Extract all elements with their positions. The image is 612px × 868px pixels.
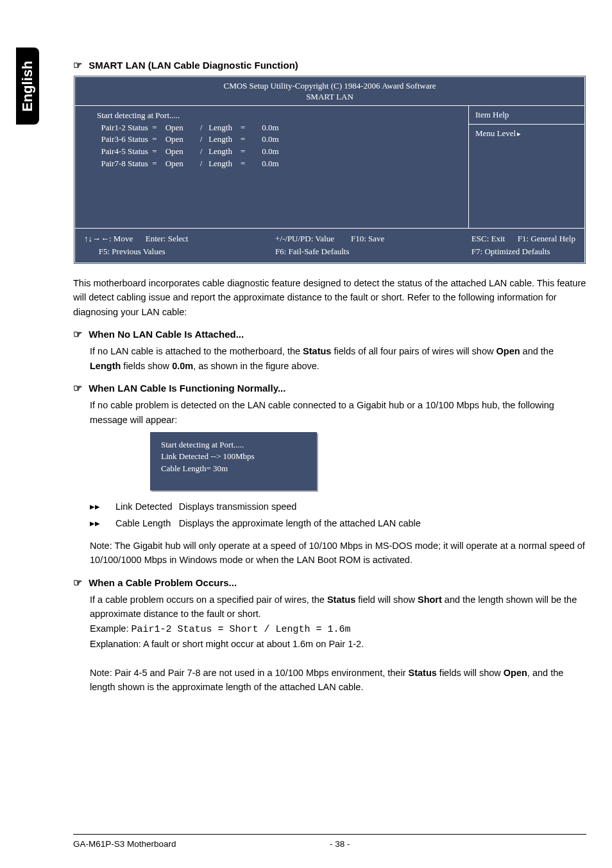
bios-header-line1: CMOS Setup Utility-Copyright (C) 1984-20… — [75, 81, 584, 92]
section-no-cable: ☞ When No LAN Cable Is Attached... If no… — [73, 328, 586, 373]
text-bold: Status — [327, 595, 355, 605]
text-bold: Status — [303, 346, 331, 356]
term: Link Detected — [115, 498, 179, 515]
table-row: ▸▸ Cable Length Displays the approximate… — [90, 515, 427, 532]
definition: Displays the approximate length of the a… — [179, 515, 427, 532]
text-bold: 0.0m — [172, 361, 193, 371]
double-arrow-icon: ▸▸ — [90, 516, 109, 530]
bios-header: CMOS Setup Utility-Copyright (C) 1984-20… — [75, 77, 584, 106]
bios-help-title: Item Help — [469, 106, 584, 125]
section-problem: ☞ When a Cable Problem Occurs... If a ca… — [73, 577, 586, 695]
text: and the — [520, 346, 554, 356]
bios-hint-exit: ESC: Exit — [472, 234, 505, 243]
code-text: Pair1-2 Status = Short / Length = 1.6m — [131, 624, 350, 635]
explanation-line: Explanation: A fault or short might occu… — [90, 637, 586, 651]
bios-hint-optimized: F7: Optimized Defaults — [472, 247, 550, 256]
bios-hint-select: Enter: Select — [146, 234, 189, 243]
text-bold: Short — [418, 595, 442, 605]
pointer-icon: ☞ — [73, 382, 86, 394]
pointer-icon: ☞ — [73, 59, 86, 71]
text-bold: Length — [90, 361, 121, 371]
bios-hint-failsafe: F6: Fail-Safe Defaults — [275, 247, 350, 256]
language-tab: English — [16, 48, 39, 125]
table-row: ▸▸ Link Detected Displays transmission s… — [90, 498, 427, 515]
title-text: SMART LAN (LAN Cable Diagnostic Function… — [89, 60, 298, 71]
bios-hint-save: F10: Save — [351, 234, 384, 243]
bios-hint-value: +/-/PU/PD: Value — [275, 234, 334, 243]
bios-hint-prev: F5: Previous Values — [99, 247, 166, 256]
double-arrow-icon: ▸▸ — [90, 499, 109, 514]
text: , as shown in the figure above. — [193, 361, 319, 371]
footer-rule — [73, 834, 586, 835]
text: fields show — [121, 361, 172, 371]
paragraph: If no cable problem is detected on the L… — [90, 398, 586, 427]
term: Cable Length — [115, 515, 179, 532]
section-heading: When LAN Cable Is Functioning Normally..… — [89, 383, 285, 394]
text: Example: — [90, 623, 131, 634]
text: Note: Pair 4-5 and Pair 7-8 are not used… — [90, 668, 409, 678]
text-bold: Open — [497, 346, 520, 356]
bios-snippet: Start detecting at Port..... Link Detect… — [150, 432, 317, 490]
pointer-icon: ☞ — [73, 328, 86, 340]
text: If a cable problem occurs on a specified… — [90, 595, 327, 605]
bios-header-line2: SMART LAN — [75, 92, 584, 103]
note-paragraph: Note: Pair 4-5 and Pair 7-8 are not used… — [90, 666, 586, 695]
bios-help-panel: Item Help Menu Level — [469, 106, 584, 228]
text: If no LAN cable is attached to the mothe… — [90, 346, 303, 356]
section-heading: When No LAN Cable Is Attached... — [89, 329, 244, 340]
text: fields will show — [437, 668, 504, 678]
section-body: If no LAN cable is attached to the mothe… — [73, 344, 586, 373]
section-heading: When a Cable Problem Occurs... — [89, 577, 237, 588]
page-content: ☞ SMART LAN (LAN Cable Diagnostic Functi… — [73, 59, 586, 704]
text: field will show — [355, 595, 418, 605]
paragraph: If a cable problem occurs on a specified… — [90, 593, 586, 621]
bios-hint-move: ↑↓→←: Move — [84, 234, 133, 243]
page-footer: GA-M61P-S3 Motherboard - 38 - — [73, 839, 586, 849]
footer-page-number: - 38 - — [330, 839, 350, 849]
example-line: Example: Pair1-2 Status = Short / Length… — [90, 621, 586, 637]
bios-hint-help: F1: General Help — [518, 234, 575, 243]
text-bold: Open — [504, 668, 527, 678]
menu-level-label: Menu Level — [475, 128, 516, 138]
snippet-line: Start detecting at Port..... — [161, 439, 306, 451]
snippet-line: Link Detected --> 100Mbps — [161, 451, 306, 462]
footer-left: GA-M61P-S3 Motherboard — [73, 839, 330, 849]
intro-paragraph: This motherboard incorporates cable diag… — [73, 276, 586, 319]
bios-footer: ↑↓→←: Move Enter: Select F5: Previous Va… — [75, 228, 584, 263]
definition: Displays transmission speed — [179, 498, 427, 515]
section-body: If no cable problem is detected on the L… — [73, 398, 586, 567]
section-normal: ☞ When LAN Cable Is Functioning Normally… — [73, 382, 586, 567]
bios-help-body: Menu Level — [469, 125, 584, 143]
note-paragraph: Note: The Gigabit hub will only operate … — [90, 539, 586, 568]
pointer-icon: ☞ — [73, 577, 86, 589]
definition-table: ▸▸ Link Detected Displays transmission s… — [90, 498, 427, 532]
section-body: If a cable problem occurs on a specified… — [73, 593, 586, 695]
triangle-right-icon — [516, 128, 521, 138]
bios-main-panel: Start detecting at Port..... Pair1-2 Sta… — [75, 106, 469, 228]
page-title: ☞ SMART LAN (LAN Cable Diagnostic Functi… — [73, 59, 586, 71]
text-bold: Status — [409, 668, 437, 678]
text: fields of all four pairs of wires will s… — [331, 346, 496, 356]
snippet-line: Cable Length= 30m — [161, 463, 306, 474]
bios-screenshot: CMOS Setup Utility-Copyright (C) 1984-20… — [73, 75, 586, 265]
